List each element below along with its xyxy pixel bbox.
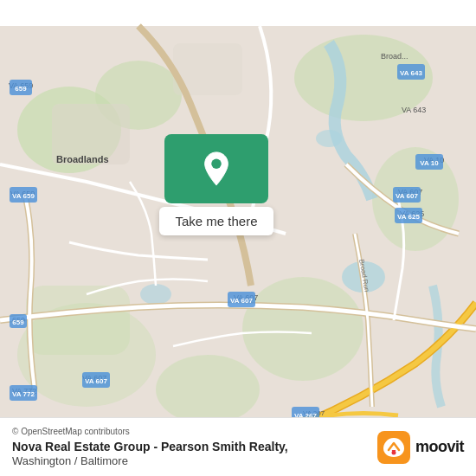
svg-rect-8 [26, 286, 130, 355]
svg-text:Broadlands: Broadlands [56, 154, 109, 164]
svg-text:VA 607: VA 607 [396, 192, 418, 200]
svg-point-7 [156, 355, 260, 424]
svg-text:659: 659 [12, 318, 24, 326]
svg-point-11 [316, 130, 342, 147]
svg-text:VA 643: VA 643 [400, 69, 422, 77]
moovit-text: moovit [415, 438, 464, 456]
osm-credit: © OpenStreetMap contributors [12, 427, 288, 436]
location-pin-icon [201, 151, 232, 187]
popup-box [164, 134, 268, 203]
svg-text:659: 659 [15, 85, 27, 93]
moovit-brand-icon [377, 431, 410, 464]
moovit-logo[interactable]: moovit [377, 431, 464, 464]
take-me-there-button[interactable]: Take me there [159, 207, 273, 235]
svg-text:VA 625: VA 625 [397, 213, 420, 221]
bottom-left-info: © OpenStreetMap contributors Nova Real E… [12, 427, 288, 467]
map-container: VA 659 659 VA 772 VA 607 VA 607 VA 607 V… [0, 0, 476, 476]
map-popup: Take me there [134, 134, 299, 235]
map-background: VA 659 659 VA 772 VA 607 VA 607 VA 607 V… [0, 0, 476, 476]
svg-text:VA 607: VA 607 [85, 377, 107, 385]
svg-text:Broad...: Broad... [381, 52, 408, 61]
svg-point-53 [211, 159, 221, 169]
company-location: Washington / Baltimore [12, 454, 288, 467]
svg-text:VA 659: VA 659 [12, 192, 35, 200]
svg-point-5 [242, 277, 363, 381]
svg-text:VA 772: VA 772 [12, 390, 35, 398]
bottom-bar: © OpenStreetMap contributors Nova Real E… [0, 417, 476, 476]
company-name: Nova Real Estate Group - Pearson Smith R… [12, 440, 288, 454]
svg-text:VA 643: VA 643 [402, 106, 426, 114]
svg-text:VA 10: VA 10 [420, 159, 439, 167]
svg-text:VA 607: VA 607 [230, 297, 253, 305]
svg-point-10 [140, 284, 171, 305]
